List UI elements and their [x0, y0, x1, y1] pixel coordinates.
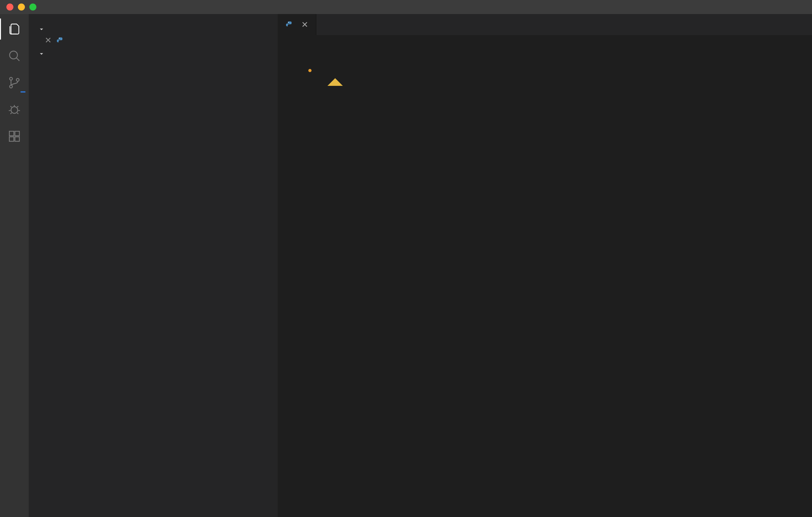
file-tree — [29, 58, 278, 517]
close-tab-icon[interactable]: ✕ — [301, 19, 308, 31]
svg-point-1 — [9, 77, 12, 80]
search-icon — [8, 49, 21, 62]
debug-activity[interactable] — [6, 102, 22, 117]
source-control-activity[interactable] — [6, 75, 22, 91]
extensions-icon — [8, 130, 21, 143]
breadcrumbs[interactable] — [278, 35, 812, 41]
python-icon — [285, 21, 294, 29]
bug-icon — [8, 103, 21, 116]
code-lines[interactable] — [308, 41, 812, 517]
title-bar — [0, 0, 812, 14]
activity-bar — [0, 14, 29, 517]
scm-badge — [21, 91, 26, 92]
python-icon — [56, 36, 64, 45]
search-activity[interactable] — [6, 48, 22, 64]
window-controls — [6, 3, 36, 10]
chevron-down-icon — [38, 25, 45, 31]
svg-rect-5 — [9, 131, 14, 136]
svg-point-10 — [288, 22, 289, 23]
branch-icon — [8, 76, 21, 89]
code-editor[interactable] — [278, 41, 812, 517]
files-icon — [8, 22, 21, 36]
explorer-activity[interactable] — [6, 21, 22, 37]
extensions-activity[interactable] — [6, 128, 22, 144]
svg-rect-6 — [9, 137, 14, 141]
close-window-button[interactable] — [6, 3, 13, 10]
open-editors-section[interactable] — [29, 23, 278, 33]
workspace-root-section[interactable] — [29, 48, 278, 58]
editor-area: ✕ — [278, 14, 812, 517]
editor-tab[interactable]: ✕ — [278, 14, 316, 35]
sidebar-title — [29, 14, 278, 23]
svg-rect-7 — [15, 137, 20, 141]
minimize-window-button[interactable] — [18, 3, 25, 10]
explorer-sidebar: ✕ — [29, 14, 278, 517]
editor-tabs: ✕ — [278, 14, 812, 35]
open-editor-item[interactable]: ✕ — [29, 33, 278, 48]
line-gutter — [278, 41, 308, 517]
svg-point-2 — [9, 85, 12, 88]
zoom-window-button[interactable] — [29, 3, 36, 10]
svg-point-4 — [11, 107, 18, 113]
svg-point-0 — [9, 51, 18, 59]
highlight-annotation — [308, 69, 312, 72]
svg-point-3 — [16, 79, 19, 81]
close-editor-icon[interactable]: ✕ — [45, 34, 52, 47]
chevron-down-icon — [38, 50, 45, 56]
svg-point-9 — [59, 38, 60, 38]
svg-rect-8 — [15, 131, 20, 136]
